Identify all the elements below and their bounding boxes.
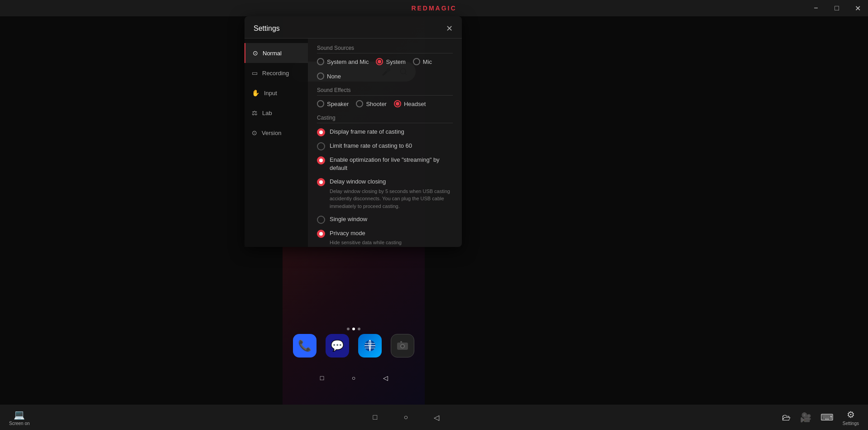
privacy-mode-text: Privacy mode Hide sensitive data while c… [330,229,402,246]
sound-system-radio[interactable] [376,58,383,65]
nav-item-input-label: Input [264,90,277,97]
limit-frame-rate-checkbox[interactable] [317,142,325,150]
maximize-button[interactable]: □ [826,0,847,16]
sound-none-label: None [327,73,341,80]
settings-nav: ⊙ Normal ▭ Recording ✋ Input ⚖ Lab ⊙ Ver… [245,39,308,247]
nav-back-taskbar[interactable]: ◁ [430,411,443,424]
folder-icon: 🗁 [782,412,791,423]
single-window-checkbox[interactable] [317,216,325,224]
titlebar: REDMAGIC − □ ✕ [0,0,868,16]
casting-label: Casting [317,115,453,123]
delay-window-desc: Delay window closing by 5 seconds when U… [330,188,453,210]
enable-optimization-option[interactable]: Enable optimization for live "streaming"… [317,156,453,172]
enable-optimization-checkbox[interactable] [317,156,325,164]
sound-none-option[interactable]: None [317,72,341,80]
enable-optimization-label: Enable optimization for live "streaming"… [330,156,453,172]
minimize-button[interactable]: − [806,0,826,16]
display-frame-rate-label: Display frame rate of casting [330,128,404,136]
settings-icon: ⚙ [847,409,855,420]
right-background [425,16,868,430]
recording-nav-icon: ▭ [252,69,258,77]
sound-mic-option[interactable]: Mic [413,58,432,65]
nav-back-button[interactable]: ◁ [379,371,392,385]
effect-speaker-radio[interactable] [317,100,324,107]
dock-chat-icon[interactable]: 💬 [326,334,349,358]
phone-dock: 📞 💬 [283,334,425,358]
svg-rect-5 [400,341,402,343]
settings-body: ⊙ Normal ▭ Recording ✋ Input ⚖ Lab ⊙ Ver… [245,39,462,247]
page-indicators [283,328,425,330]
nav-item-recording-label: Recording [262,70,289,77]
effect-shooter-radio[interactable] [356,100,363,107]
nav-square-button[interactable]: □ [315,371,329,385]
effect-speaker-option[interactable]: Speaker [317,100,349,107]
folder-button[interactable]: 🗁 [782,412,791,423]
delay-window-option[interactable]: Delay window closing Delay window closin… [317,178,453,210]
nav-item-normal-label: Normal [263,50,282,57]
dock-browser-icon[interactable] [358,334,382,358]
nav-item-version-label: Version [262,130,281,136]
video-icon: 🎥 [800,412,811,423]
single-window-text: Single window [330,215,367,223]
keyboard-button[interactable]: ⌨ [820,412,834,423]
settings-close-button[interactable]: ✕ [446,24,453,34]
single-window-option[interactable]: Single window [317,215,453,224]
sound-system-mic-label: System and Mic [327,58,369,65]
keyboard-icon: ⌨ [820,412,834,423]
display-frame-rate-checkbox[interactable] [317,128,325,136]
nav-square-taskbar[interactable]: □ [369,411,381,424]
dock-camera-icon[interactable] [391,334,414,358]
nav-item-version[interactable]: ⊙ Version [245,123,308,143]
screen-on-icon: 💻 [14,409,25,420]
effect-shooter-label: Shooter [366,101,387,107]
delay-window-checkbox[interactable] [317,178,325,186]
bottom-left-controls: 💻 Screen on [9,409,30,426]
close-button[interactable]: ✕ [847,0,868,16]
video-button[interactable]: 🎥 [800,412,811,423]
page-dot-3 [358,328,360,330]
effect-headset-option[interactable]: Headset [394,100,426,107]
sound-system-mic-radio[interactable] [317,58,324,65]
privacy-mode-checkbox[interactable] [317,230,325,238]
bottom-center-controls: □ ○ ◁ [369,411,443,424]
privacy-mode-desc: Hide sensitive data while casting [330,239,402,246]
sound-effects-options: Speaker Shooter Headset [317,100,453,107]
nav-circle-taskbar[interactable]: ○ [399,411,412,424]
sound-mic-radio[interactable] [413,58,420,65]
sound-none-radio[interactable] [317,72,324,80]
sound-effects-section: Sound Effects Speaker Shooter Headset [317,87,453,107]
settings-title: Settings [254,24,280,33]
delay-window-text: Delay window closing Delay window closin… [330,178,453,210]
nav-item-recording[interactable]: ▭ Recording [245,63,308,83]
nav-item-input[interactable]: ✋ Input [245,83,308,103]
settings-button[interactable]: ⚙ Settings [843,409,859,426]
sound-system-mic-option[interactable]: System and Mic [317,58,369,65]
limit-frame-rate-label: Limit frame rate of casting to 60 [330,142,412,150]
enable-optimization-text: Enable optimization for live "streaming"… [330,156,453,172]
bottom-right-controls: 🗁 🎥 ⌨ ⚙ Settings [782,409,859,426]
sound-mic-label: Mic [423,58,432,65]
limit-frame-rate-text: Limit frame rate of casting to 60 [330,142,412,150]
delay-window-label: Delay window closing [330,178,453,186]
svg-point-4 [401,345,404,348]
screen-on-label: Screen on [9,421,30,426]
limit-frame-rate-option[interactable]: Limit frame rate of casting to 60 [317,142,453,150]
effect-shooter-option[interactable]: Shooter [356,100,387,107]
nav-home-button[interactable]: ○ [347,371,360,385]
effect-headset-radio[interactable] [394,100,401,107]
settings-label: Settings [843,421,859,426]
screen-on-button[interactable]: 💻 Screen on [9,409,30,426]
page-dot-1 [347,328,350,330]
dock-phone-icon[interactable]: 📞 [293,334,317,358]
nav-item-normal[interactable]: ⊙ Normal [245,43,308,63]
privacy-mode-option[interactable]: Privacy mode Hide sensitive data while c… [317,229,453,246]
lab-nav-icon: ⚖ [252,109,258,116]
sound-system-label: System [386,58,405,65]
effect-headset-label: Headset [404,101,426,107]
privacy-mode-label: Privacy mode [330,229,402,237]
normal-nav-icon: ⊙ [253,49,258,57]
nav-item-lab[interactable]: ⚖ Lab [245,103,308,123]
settings-header: Settings ✕ [245,16,462,39]
display-frame-rate-option[interactable]: Display frame rate of casting [317,128,453,136]
sound-system-option[interactable]: System [376,58,405,65]
